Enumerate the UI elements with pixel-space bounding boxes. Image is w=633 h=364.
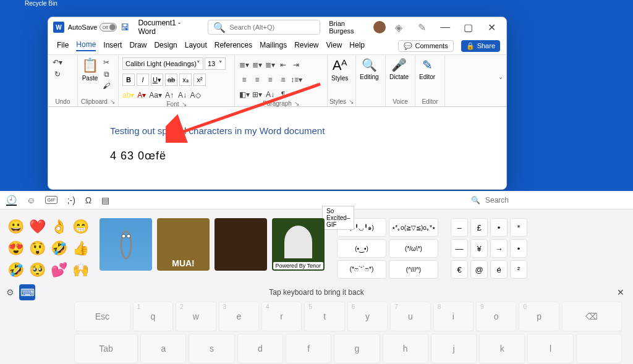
pen-icon[interactable]: ✎ [412, 19, 431, 36]
close-button[interactable]: ✕ [482, 19, 501, 36]
tell-me-search[interactable]: 🔍 [208, 20, 320, 35]
symbol-cell[interactable]: → [490, 239, 508, 258]
emoji-cell[interactable]: 💕 [49, 261, 68, 280]
emoji-cell[interactable]: 👍 [71, 240, 90, 258]
gif-tile-3[interactable] [215, 218, 267, 271]
decrease-indent-button[interactable]: ⇤ [278, 59, 289, 70]
key-i[interactable]: 8i [433, 302, 474, 331]
key-f[interactable]: f [286, 334, 331, 363]
paste-button[interactable]: 📋 Paste [82, 57, 98, 82]
symbol-cell[interactable]: @ [470, 260, 488, 279]
gif-tile-clippy[interactable] [100, 218, 152, 271]
dock-keyboard-button[interactable]: ⌨ [19, 284, 35, 300]
key-k[interactable]: k [479, 334, 525, 363]
key-o[interactable]: 9o [476, 302, 516, 331]
symbol-cell[interactable]: é [490, 260, 508, 279]
gif-tile-excited[interactable]: Powered By Tenor [272, 218, 325, 271]
symbol-cell[interactable]: ¥ [470, 239, 488, 258]
close-panel-button[interactable]: ✕ [617, 287, 624, 297]
kaomoji-cell[interactable]: (•‿•) [337, 239, 386, 258]
change-case-button[interactable]: Aa▾ [149, 90, 162, 101]
toggle-off-icon[interactable]: Off [100, 23, 117, 32]
tab-review[interactable]: Review [294, 41, 318, 51]
increase-indent-button[interactable]: ⇥ [291, 59, 302, 70]
tab-recent-icon[interactable]: 🕘 [6, 195, 17, 206]
tab-emoji-icon[interactable]: ☺ [27, 195, 35, 205]
document-canvas[interactable]: Testing out special characters in my Wor… [48, 107, 506, 190]
undo-button[interactable]: ↶▾ [52, 57, 63, 67]
highlight-button[interactable]: ab▾ [122, 90, 134, 101]
emoji-cell[interactable]: 😁 [71, 218, 90, 237]
symbol-cell[interactable]: € [451, 260, 468, 279]
key-t[interactable]: 5t [304, 302, 344, 331]
symbol-cell[interactable]: * [510, 218, 527, 237]
tab-view[interactable]: View [326, 41, 342, 51]
symbol-cell[interactable]: — [451, 239, 468, 258]
tab-home[interactable]: Home [76, 40, 96, 51]
tab-symbols-icon[interactable]: Ω [85, 195, 91, 205]
font-color-button[interactable]: A▾ [136, 90, 147, 101]
maximize-button[interactable]: ▢ [459, 19, 478, 36]
italic-button[interactable]: I [137, 74, 149, 86]
dictate-button[interactable]: 🎤Dictate [389, 57, 409, 80]
symbol-cell[interactable]: – [451, 218, 468, 237]
key-blank[interactable] [576, 334, 622, 363]
key-e[interactable]: 3e [219, 302, 259, 331]
emoji-cell[interactable]: 😲 [28, 240, 46, 258]
account-button[interactable]: Brian Burgess [329, 20, 386, 35]
styles-button[interactable]: AᴬStyles [331, 57, 348, 82]
clipboard-launcher[interactable]: ↘ [110, 98, 115, 105]
settings-icon[interactable]: ⚙ [6, 287, 14, 297]
key-s[interactable]: s [189, 334, 234, 363]
emoji-cell[interactable]: 😍 [6, 240, 25, 258]
save-icon[interactable]: 🖫 [121, 22, 129, 32]
key-r[interactable]: 4r [261, 302, 302, 331]
key-a[interactable]: a [140, 334, 186, 363]
key-j[interactable]: j [431, 334, 477, 363]
key-q[interactable]: 1q [133, 302, 173, 331]
tell-me-input[interactable] [229, 23, 315, 31]
multilevel-button[interactable]: ≣▾ [265, 59, 276, 70]
key-l[interactable]: l [527, 334, 573, 363]
key-⌫[interactable]: ⌫ [562, 302, 622, 331]
panel-search[interactable]: 🔍 [466, 193, 627, 208]
tab-mailings[interactable]: Mailings [260, 41, 287, 51]
cut-button[interactable]: ✂ [101, 57, 112, 67]
bold-button[interactable]: B [122, 74, 135, 86]
emoji-cell[interactable]: 🤣 [49, 240, 68, 258]
key-Tab[interactable]: Tab [74, 334, 138, 363]
tab-references[interactable]: References [215, 41, 252, 51]
redo-button[interactable]: ↻ [52, 69, 63, 79]
kaomoji-cell[interactable]: ‎٭*｡o(≧▽≦)o｡*٭ [389, 218, 438, 237]
emoji-cell[interactable]: 👌 [49, 218, 68, 237]
key-h[interactable]: h [383, 334, 428, 363]
tab-clipboard-icon[interactable]: ▤ [101, 195, 109, 205]
collapse-ribbon-button[interactable]: ˅ [499, 77, 503, 85]
copy-button[interactable]: ⧉ [101, 69, 112, 79]
tab-kaomoji-icon[interactable]: ;-) [67, 195, 75, 205]
tab-draw[interactable]: Draw [129, 41, 147, 51]
editor-button[interactable]: ✎Editor [419, 57, 435, 80]
styles-launcher[interactable]: ↘ [349, 98, 354, 105]
tab-gif-icon[interactable]: GIF [45, 196, 57, 204]
gif-tile-mua[interactable]: MUA! [157, 218, 210, 271]
emoji-cell[interactable]: 🤣 [6, 261, 25, 280]
panel-search-input[interactable] [485, 196, 578, 205]
bullets-button[interactable]: ≣▾ [239, 59, 250, 70]
key-p[interactable]: 0p [519, 302, 559, 331]
editing-button[interactable]: 🔍Editing [360, 57, 379, 80]
document-title[interactable]: Document1 - Word [138, 19, 199, 36]
tab-file[interactable]: File [57, 41, 69, 51]
share-button[interactable]: 🔒 Share [461, 40, 500, 52]
document-body-text[interactable]: 4 63 0œfë [110, 150, 444, 163]
tab-design[interactable]: Design [154, 41, 177, 51]
symbol-cell[interactable]: ² [510, 260, 527, 279]
emoji-cell[interactable]: 🥺 [28, 261, 46, 280]
key-u[interactable]: 7u [390, 302, 430, 331]
minimize-button[interactable]: — [436, 19, 455, 36]
autosave-toggle[interactable]: AutoSave Off [68, 23, 117, 32]
font-size-combo[interactable]: 13˅ [205, 57, 226, 70]
underline-button[interactable]: U▾ [151, 74, 163, 86]
kaomoji-cell[interactable]: (^///^) [389, 260, 438, 279]
key-y[interactable]: 6y [347, 302, 388, 331]
